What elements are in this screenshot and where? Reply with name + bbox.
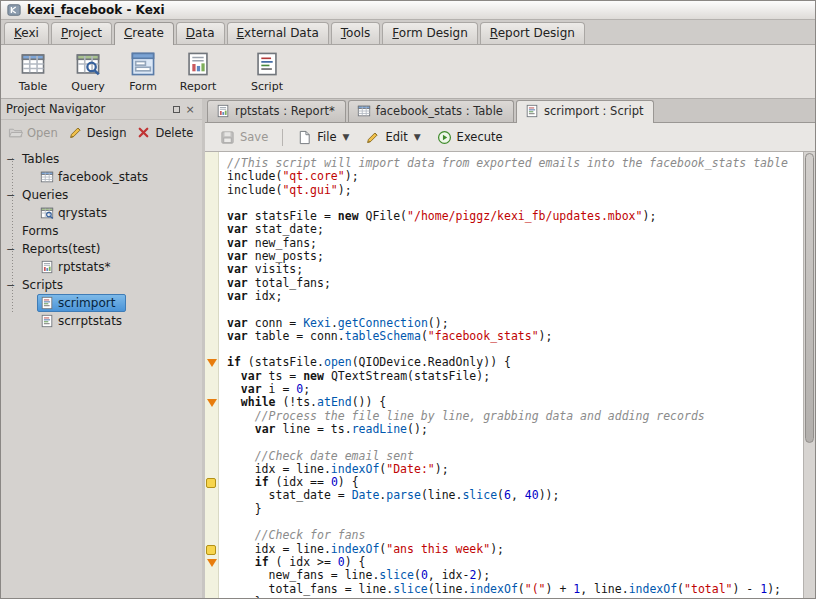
code-token: statsFile = <box>248 209 338 223</box>
code-line[interactable]: var visits; <box>205 263 803 276</box>
code-line[interactable]: idx = line.indexOf("Date:"); <box>205 463 803 476</box>
delete-button[interactable]: Delete <box>136 125 193 140</box>
tree-item-rptstats[interactable]: rptstats* <box>1 258 202 276</box>
code-line[interactable]: var table = conn.tableSchema("facebook_s… <box>205 330 803 343</box>
tree-item-scrrptstats[interactable]: scrrptstats <box>1 312 202 330</box>
code-line[interactable] <box>205 343 803 356</box>
close-panel-icon[interactable]: × <box>183 102 197 116</box>
code-line[interactable]: var new_posts; <box>205 250 803 263</box>
tree-item-tables[interactable]: −Tables <box>1 150 202 168</box>
code-token: (); <box>428 316 449 330</box>
menu-item-report-design[interactable]: Report Design <box>480 22 585 44</box>
tree-item-facebook-stats[interactable]: facebook_stats <box>1 168 202 186</box>
code-token: 0 <box>338 555 345 569</box>
expander-icon[interactable]: − <box>6 243 19 256</box>
code-line[interactable] <box>205 436 803 449</box>
code-line[interactable]: if (idx == 0) { <box>205 476 803 489</box>
code-line[interactable]: include("qt.core"); <box>205 170 803 183</box>
menu-item-kexi[interactable]: Kexi <box>4 22 49 44</box>
tree-item-scrimport[interactable]: scrimport <box>1 294 202 312</box>
code-token: new_fans; <box>248 236 317 250</box>
code-line[interactable]: var stat_date; <box>205 223 803 236</box>
tab-rptstats-report[interactable]: rptstats : Report* <box>207 100 346 122</box>
code-line[interactable]: if (statsFile.open(QIODevice.ReadOnly)) … <box>205 356 803 369</box>
menu-item-form-design[interactable]: Form Design <box>382 22 477 44</box>
menu-item-project[interactable]: Project <box>51 22 112 44</box>
code-token: var <box>227 316 248 330</box>
code-line[interactable]: //Check for fans <box>205 529 803 542</box>
expander-icon[interactable]: − <box>6 189 19 202</box>
menu-item-external-data[interactable]: External Data <box>227 22 329 44</box>
menu-item-tools[interactable]: Tools <box>331 22 381 44</box>
execute-button[interactable]: Execute <box>430 127 510 148</box>
code-line[interactable] <box>205 303 803 316</box>
code-token: "Date:" <box>386 462 434 476</box>
code-line[interactable]: } <box>205 596 803 598</box>
bookmark-marker-icon[interactable] <box>206 545 216 555</box>
tree-item-reports-test[interactable]: −Reports(test) <box>1 240 202 258</box>
code-line[interactable]: //Process the file line by line, grabbin… <box>205 410 803 423</box>
tree-item-queries[interactable]: −Queries <box>1 186 202 204</box>
code-token: var <box>227 236 248 250</box>
code-token: . <box>331 316 338 330</box>
save-button[interactable]: Save <box>213 127 275 148</box>
code-line[interactable]: idx = line.indexOf("ans this week"); <box>205 543 803 556</box>
create-script-button[interactable]: Script <box>241 48 293 96</box>
expander-icon[interactable]: − <box>6 153 19 166</box>
code-line[interactable]: } <box>205 503 803 516</box>
create-query-button[interactable]: Query <box>62 48 114 96</box>
code-token <box>227 475 255 489</box>
code-token: //Process the file line by line, grabbin… <box>227 409 705 423</box>
code-line[interactable]: var total_fans; <box>205 277 803 290</box>
tree-item-scripts[interactable]: −Scripts <box>1 276 202 294</box>
code-token: //Check date email sent <box>227 449 414 463</box>
script-editor[interactable]: //This script will import data from expo… <box>205 152 815 598</box>
code-line[interactable]: var ts = new QTextStream(statsFile); <box>205 370 803 383</box>
code-line[interactable]: var idx; <box>205 290 803 303</box>
code-line[interactable]: var statsFile = new QFile("/home/piggz/k… <box>205 210 803 223</box>
code-line[interactable] <box>205 197 803 210</box>
create-form-button[interactable]: Form <box>117 48 169 96</box>
float-panel-icon[interactable] <box>169 102 183 116</box>
menu-item-data[interactable]: Data <box>176 22 225 44</box>
tab-facebook-stats-table[interactable]: facebook_stats : Table <box>348 100 514 122</box>
code-line[interactable]: var conn = Kexi.getConnection(); <box>205 317 803 330</box>
create-report-button[interactable]: Report <box>172 48 224 96</box>
code-line[interactable] <box>205 516 803 529</box>
fold-marker-icon[interactable] <box>207 399 217 407</box>
code-line[interactable]: if ( idx >= 0) { <box>205 556 803 569</box>
tree-item-label: facebook_stats <box>58 170 148 184</box>
file-menu-button[interactable]: File ▼ <box>290 127 356 148</box>
menu-item-create[interactable]: Create <box>114 22 174 45</box>
code-line[interactable]: var line = ts.readLine(); <box>205 423 803 436</box>
tree-item-forms[interactable]: Forms <box>1 222 202 240</box>
scrollbar-thumb[interactable] <box>805 153 814 443</box>
code-token: new <box>338 209 359 223</box>
code-line[interactable]: new_fans = line.slice(0, idx-2); <box>205 569 803 582</box>
code-line[interactable]: total_fans = line.slice(line.indexOf("("… <box>205 583 803 596</box>
code-line[interactable]: stat_date = Date.parse(line.slice(6, 40)… <box>205 489 803 502</box>
fold-marker-icon[interactable] <box>207 559 217 567</box>
code-line[interactable]: //This script will import data from expo… <box>205 157 803 170</box>
code-line[interactable]: var i = 0; <box>205 383 803 396</box>
create-table-button[interactable]: Table <box>7 48 59 96</box>
bookmark-marker-icon[interactable] <box>206 478 216 488</box>
code-token <box>227 422 255 436</box>
tab-scrimport-script[interactable]: scrimport : Script <box>516 100 655 123</box>
code-token: slice <box>379 568 414 582</box>
report-icon <box>40 260 54 274</box>
fold-marker-icon[interactable] <box>207 359 217 367</box>
code-line[interactable]: while (!ts.atEnd()) { <box>205 396 803 409</box>
tree-item-qrystats[interactable]: qrystats <box>1 204 202 222</box>
design-button[interactable]: Design <box>68 125 127 140</box>
workspace: rptstats : Report*facebook_stats : Table… <box>205 99 815 598</box>
vertical-scrollbar[interactable] <box>803 152 815 598</box>
open-button[interactable]: Open <box>8 125 58 140</box>
script-icon <box>40 314 54 328</box>
code-line[interactable]: include("qt.gui"); <box>205 184 803 197</box>
expander-icon[interactable]: − <box>6 279 19 292</box>
code-token: include( <box>227 169 282 183</box>
code-line[interactable]: var new_fans; <box>205 237 803 250</box>
code-line[interactable]: //Check date email sent <box>205 450 803 463</box>
edit-menu-button[interactable]: Edit ▼ <box>358 127 427 148</box>
